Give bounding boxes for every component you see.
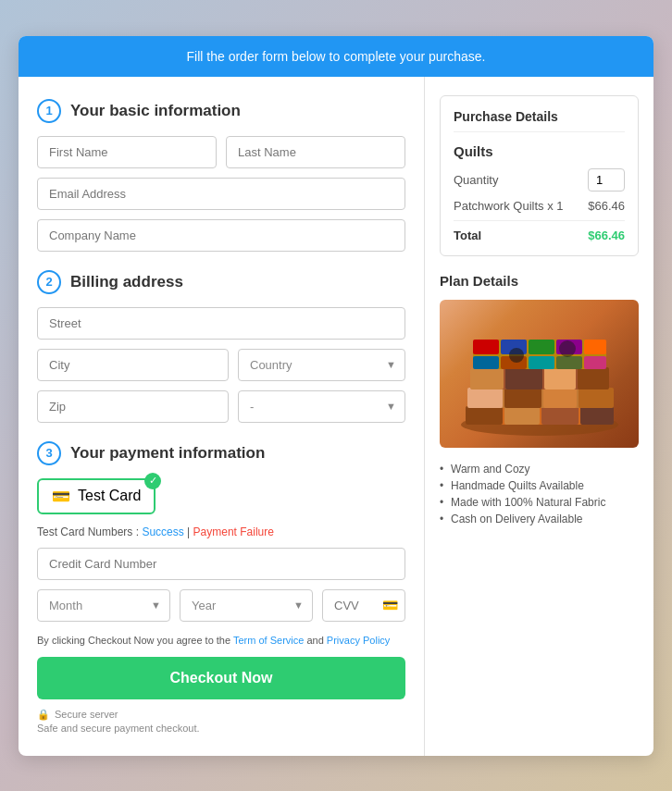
safe-text: Safe and secure payment checkout. xyxy=(37,723,405,734)
privacy-link[interactable]: Privacy Policy xyxy=(327,635,390,646)
svg-rect-7 xyxy=(467,388,503,408)
item-label: Patchwork Quilts x 1 xyxy=(454,199,564,213)
year-select[interactable]: Year 20242025 20262027 20282029 xyxy=(180,589,313,622)
cvv-card-icon: 💳 xyxy=(382,598,398,612)
svg-rect-22 xyxy=(473,356,499,369)
section1-label: Your basic information xyxy=(70,102,241,120)
city-input[interactable] xyxy=(37,349,229,381)
cc-number-input[interactable] xyxy=(37,548,405,580)
checkout-button[interactable]: Checkout Now xyxy=(37,657,405,699)
plan-details: Plan Details xyxy=(440,273,639,527)
svg-rect-15 xyxy=(578,367,609,389)
section3-title: 3 Your payment information xyxy=(37,441,405,465)
svg-rect-13 xyxy=(505,367,542,389)
plan-details-title: Plan Details xyxy=(440,273,639,289)
feature-item: Made with 100% Natural Fabric xyxy=(440,494,639,511)
section-basic-info: 1 Your basic information xyxy=(37,99,405,252)
svg-rect-24 xyxy=(529,356,554,369)
banner-text: Fill the order form below to complete yo… xyxy=(187,49,486,64)
street-input[interactable] xyxy=(37,307,405,340)
state-select-wrapper: - ▼ xyxy=(238,390,405,423)
terms-link[interactable]: Term of Service xyxy=(233,635,304,646)
test-card-numbers: Test Card Numbers : Success | Payment Fa… xyxy=(37,525,405,538)
svg-rect-21 xyxy=(584,340,606,354)
success-link[interactable]: Success xyxy=(142,525,183,538)
quantity-input[interactable] xyxy=(588,168,625,192)
secure-server-row: 🔒 Secure server xyxy=(37,709,405,721)
card-label: Test Card xyxy=(78,488,141,504)
section-payment: 3 Your payment information 💳 Test Card ✓… xyxy=(37,441,405,734)
left-panel: 1 Your basic information xyxy=(19,77,425,756)
zip-input[interactable] xyxy=(37,390,229,423)
failure-link[interactable]: Payment Failure xyxy=(193,525,274,538)
email-input[interactable] xyxy=(37,178,405,210)
feature-item: Warm and Cozy xyxy=(440,461,639,477)
lock-icon: 🔒 xyxy=(37,709,50,721)
cc-number-row xyxy=(37,548,405,580)
company-input[interactable] xyxy=(37,219,405,252)
svg-rect-5 xyxy=(580,406,614,425)
country-select[interactable]: Country United States United Kingdom Can… xyxy=(238,349,405,381)
checkout-form: Fill the order form below to complete yo… xyxy=(19,36,653,756)
svg-rect-10 xyxy=(579,388,614,408)
svg-rect-14 xyxy=(544,367,576,389)
right-panel: Purchase Details Quilts Quantity Patchwo… xyxy=(425,77,653,756)
quantity-row: Quantity xyxy=(454,168,625,192)
last-name-input[interactable] xyxy=(226,136,405,168)
svg-rect-3 xyxy=(504,406,540,425)
cvv-row: Month 0102 0304 0506 0708 0910 1112 ▼ Ye… xyxy=(37,589,405,622)
svg-rect-8 xyxy=(504,388,541,408)
section3-label: Your payment information xyxy=(70,444,265,463)
quilts-svg xyxy=(447,304,632,443)
company-row xyxy=(37,219,405,252)
quantity-label: Quantity xyxy=(454,173,498,187)
step1-circle: 1 xyxy=(37,99,61,123)
secure-label: Secure server xyxy=(55,709,118,720)
svg-rect-17 xyxy=(473,340,499,354)
product-image xyxy=(440,300,639,448)
terms-text: By clicking Checkout Now you agree to th… xyxy=(37,635,405,646)
svg-rect-26 xyxy=(584,356,606,369)
month-select[interactable]: Month 0102 0304 0506 0708 0910 1112 xyxy=(37,589,170,622)
feature-item: Handmade Quilts Available xyxy=(440,477,639,494)
card-check-icon: ✓ xyxy=(144,473,161,489)
country-select-wrapper: Country United States United Kingdom Can… xyxy=(238,349,405,381)
card-option[interactable]: 💳 Test Card ✓ xyxy=(37,478,156,514)
test-card-label: Test Card Numbers : xyxy=(37,525,142,538)
purchase-details-title: Purchase Details xyxy=(454,109,625,132)
purchase-details-box: Purchase Details Quilts Quantity Patchwo… xyxy=(440,95,639,256)
svg-rect-19 xyxy=(529,340,554,354)
item-price: $66.46 xyxy=(588,199,625,213)
state-select[interactable]: - xyxy=(238,390,405,423)
street-row xyxy=(37,307,405,340)
total-label: Total xyxy=(454,229,481,242)
section2-title: 2 Billing address xyxy=(37,270,405,294)
section1-title: 1 Your basic information xyxy=(37,99,405,123)
total-row: Total $66.46 xyxy=(454,229,625,242)
svg-rect-12 xyxy=(470,367,504,389)
section-billing: 2 Billing address Country United States … xyxy=(37,270,405,423)
step3-circle: 3 xyxy=(37,441,61,465)
first-name-input[interactable] xyxy=(37,136,217,168)
svg-point-28 xyxy=(559,340,576,357)
feature-item: Cash on Delivery Available xyxy=(440,511,639,527)
svg-point-27 xyxy=(509,348,524,363)
svg-rect-25 xyxy=(556,356,582,369)
svg-rect-9 xyxy=(543,388,577,408)
step2-circle: 2 xyxy=(37,270,61,294)
product-name: Quilts xyxy=(454,143,625,159)
secure-info: 🔒 Secure server Safe and secure payment … xyxy=(37,709,405,734)
card-icon: 💳 xyxy=(52,488,70,505)
email-row xyxy=(37,178,405,210)
zip-state-row: - ▼ xyxy=(37,390,405,423)
year-select-wrapper: Year 20242025 20262027 20282029 ▼ xyxy=(180,589,313,622)
month-select-wrapper: Month 0102 0304 0506 0708 0910 1112 ▼ xyxy=(37,589,170,622)
city-country-row: Country United States United Kingdom Can… xyxy=(37,349,405,381)
svg-rect-2 xyxy=(466,406,503,425)
item-price-row: Patchwork Quilts x 1 $66.46 xyxy=(454,199,625,221)
top-banner: Fill the order form below to complete yo… xyxy=(19,36,653,77)
cvv-wrapper: 💳 xyxy=(322,589,405,622)
total-price: $66.46 xyxy=(588,229,625,242)
svg-rect-4 xyxy=(541,406,579,425)
section2-label: Billing address xyxy=(70,273,183,291)
